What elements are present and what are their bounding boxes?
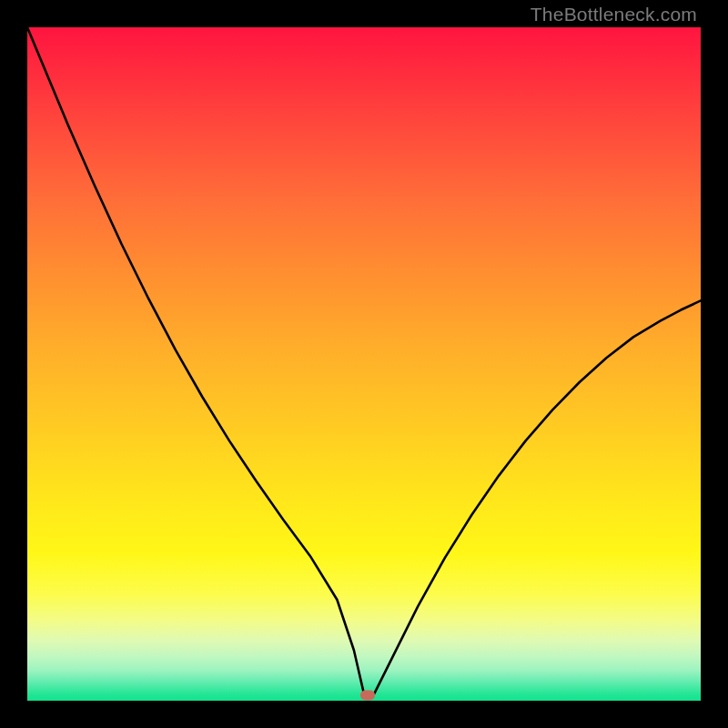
- curve-svg: [27, 27, 701, 701]
- chart-frame: TheBottleneck.com: [0, 0, 728, 728]
- plot-area: [27, 27, 701, 701]
- bottleneck-curve: [27, 27, 701, 694]
- watermark-text: TheBottleneck.com: [531, 4, 697, 25]
- optimal-point-marker: [360, 691, 375, 701]
